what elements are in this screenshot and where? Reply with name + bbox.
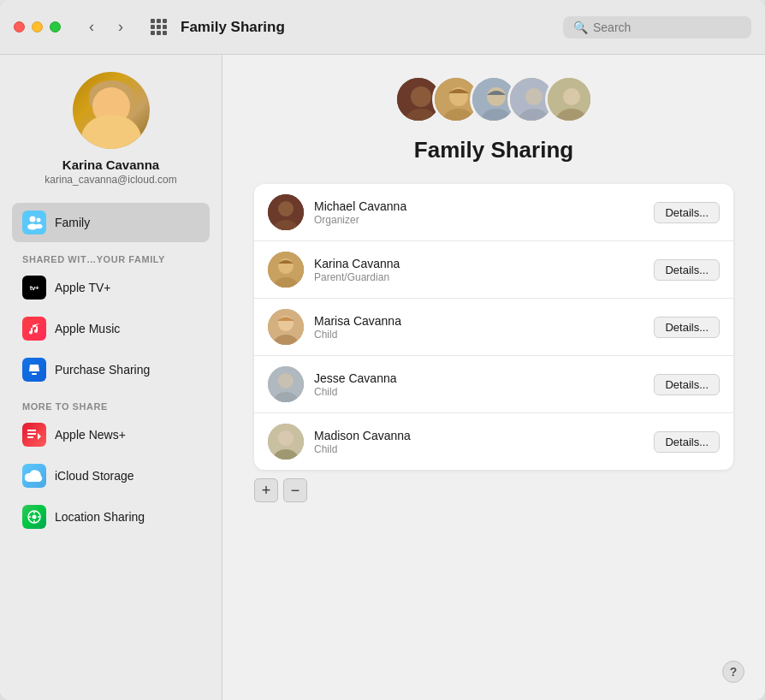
- content-area: Family Sharing Michael Cavanna O: [222, 55, 765, 700]
- avatar-body: [81, 115, 141, 149]
- sidebar-item-news-label: Apple News+: [55, 428, 126, 442]
- details-button-2[interactable]: Details...: [654, 259, 720, 281]
- bottom-controls: + −: [254, 478, 307, 502]
- member-name-5: Madison Cavanna: [314, 429, 643, 442]
- add-member-button[interactable]: +: [254, 478, 278, 502]
- member-avatar-3: [268, 309, 304, 345]
- sidebar: Karina Cavanna karina_cavanna@icloud.com…: [0, 55, 222, 700]
- member-name-3: Marisa Cavanna: [314, 314, 643, 328]
- member-info-3: Marisa Cavanna Child: [314, 314, 643, 341]
- window-title: Family Sharing: [181, 19, 553, 36]
- member-name-2: Karina Cavanna: [314, 257, 643, 270]
- appletv-icon: tv+: [22, 276, 46, 300]
- svg-point-0: [30, 217, 36, 222]
- profile-email: karina_cavanna@icloud.com: [44, 174, 176, 186]
- table-row: Karina Cavanna Parent/Guardian Details..…: [254, 241, 733, 299]
- svg-point-35: [278, 430, 294, 446]
- family-icon: [22, 211, 46, 234]
- sidebar-item-applemusic[interactable]: Apple Music: [12, 309, 210, 348]
- table-row: Madison Cavanna Child Details...: [254, 413, 733, 470]
- svg-point-23: [278, 201, 294, 217]
- titlebar: ‹ › Family Sharing 🔍: [0, 0, 765, 55]
- member-role-1: Organizer: [314, 214, 643, 226]
- svg-point-3: [36, 224, 43, 229]
- music-icon: [22, 317, 46, 341]
- sidebar-item-news[interactable]: Apple News+: [12, 415, 210, 454]
- member-role-2: Parent/Guardian: [314, 271, 643, 283]
- sidebar-item-appletv-label: Apple TV+: [55, 281, 111, 294]
- purchase-icon: [22, 358, 46, 382]
- details-button-3[interactable]: Details...: [654, 317, 720, 338]
- grid-icon: [151, 19, 167, 35]
- member-info-4: Jesse Cavanna Child: [314, 371, 643, 398]
- icloud-icon: [22, 464, 46, 488]
- app-window: ‹ › Family Sharing 🔍: [0, 0, 765, 700]
- table-row: Jesse Cavanna Child Details...: [254, 356, 733, 413]
- sidebar-item-location-label: Location Sharing: [55, 510, 145, 524]
- member-info-1: Michael Cavanna Organizer: [314, 199, 643, 226]
- grid-view-button[interactable]: [146, 15, 170, 39]
- news-icon: [22, 423, 46, 447]
- family-avatar-5: [545, 75, 593, 123]
- svg-point-8: [411, 86, 431, 107]
- family-header: Family Sharing: [394, 75, 593, 167]
- sidebar-profile: Karina Cavanna karina_cavanna@icloud.com: [12, 72, 210, 203]
- member-avatar-5: [268, 424, 304, 460]
- page-title: Family Sharing: [414, 137, 573, 163]
- member-role-5: Child: [314, 443, 643, 455]
- svg-point-2: [37, 218, 41, 222]
- sidebar-item-family[interactable]: Family: [12, 203, 210, 242]
- search-icon: 🔍: [573, 21, 588, 34]
- member-info-2: Karina Cavanna Parent/Guardian: [314, 257, 643, 283]
- member-role-4: Child: [314, 386, 643, 398]
- location-icon: [22, 505, 46, 529]
- sidebar-item-purchase[interactable]: Purchase Sharing: [12, 350, 210, 389]
- sidebar-item-location[interactable]: Location Sharing: [12, 497, 210, 537]
- maximize-button[interactable]: [50, 21, 61, 33]
- shared-section-header: SHARED WIT…YOUR FAMILY: [12, 244, 210, 268]
- avatar: [73, 72, 150, 149]
- remove-member-button[interactable]: −: [283, 478, 307, 502]
- svg-point-6: [33, 515, 37, 519]
- more-section-header: MORE TO SHARE: [12, 391, 210, 415]
- member-avatar-4: [268, 366, 304, 402]
- svg-point-14: [487, 87, 506, 106]
- back-button[interactable]: ‹: [80, 15, 104, 39]
- sidebar-item-label: Family: [55, 216, 90, 229]
- close-button[interactable]: [14, 21, 25, 33]
- main-content: Karina Cavanna karina_cavanna@icloud.com…: [0, 55, 765, 700]
- traffic-lights: [14, 21, 61, 33]
- member-name-4: Jesse Cavanna: [314, 371, 643, 385]
- sidebar-item-purchase-label: Purchase Sharing: [55, 363, 150, 377]
- profile-name: Karina Cavanna: [62, 157, 159, 172]
- table-row: Marisa Cavanna Child Details...: [254, 299, 733, 356]
- svg-point-20: [563, 88, 580, 105]
- search-input[interactable]: [593, 21, 741, 34]
- member-avatar-1: [268, 194, 304, 230]
- member-avatar-2: [268, 252, 304, 288]
- details-button-1[interactable]: Details...: [654, 202, 720, 223]
- details-button-4[interactable]: Details...: [654, 374, 720, 395]
- sidebar-item-appletv[interactable]: tv+ Apple TV+: [12, 268, 210, 307]
- sidebar-item-icloud[interactable]: iCloud Storage: [12, 456, 210, 495]
- member-name-1: Michael Cavanna: [314, 199, 643, 213]
- svg-point-17: [525, 88, 543, 105]
- sidebar-item-music-label: Apple Music: [55, 322, 120, 335]
- members-card: Michael Cavanna Organizer Details...: [254, 184, 733, 470]
- help-button[interactable]: ?: [722, 661, 744, 683]
- forward-button[interactable]: ›: [109, 15, 133, 39]
- minimize-button[interactable]: [32, 21, 43, 33]
- member-info-5: Madison Cavanna Child: [314, 429, 643, 455]
- sidebar-item-icloud-label: iCloud Storage: [55, 469, 134, 483]
- svg-rect-4: [32, 373, 37, 375]
- table-row: Michael Cavanna Organizer Details...: [254, 184, 733, 241]
- member-role-3: Child: [314, 329, 643, 341]
- nav-buttons: ‹ ›: [80, 15, 133, 39]
- details-button-5[interactable]: Details...: [654, 431, 720, 453]
- svg-point-32: [278, 373, 294, 389]
- family-avatars: [394, 75, 593, 123]
- search-bar[interactable]: 🔍: [563, 16, 751, 39]
